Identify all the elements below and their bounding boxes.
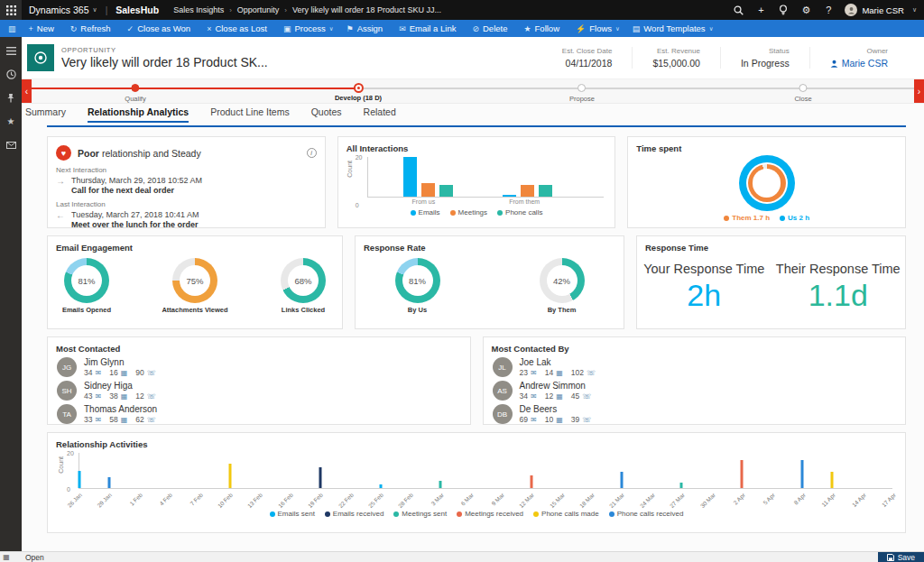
kpi-ring: 68% — [281, 258, 326, 303]
contact-row[interactable]: JL Joe Lak 23✉ 14▦ 102☏ — [484, 354, 906, 377]
user-name: Marie CSR — [862, 5, 903, 15]
close-as-lost-button[interactable]: ×Close as Lost — [200, 20, 277, 37]
x-tick-label: 2 Apr — [732, 492, 746, 506]
x-tick-label: 29 Jan — [97, 492, 114, 509]
health-summary: Poorrelationship and Steady — [78, 148, 201, 159]
contact-name[interactable]: De Beers — [520, 404, 592, 414]
breadcrumb-record-title[interactable]: Very likely will order 18 Product SKU JJ… — [292, 5, 441, 14]
flows-menu-button[interactable]: ⚡Flows∨ — [569, 20, 626, 37]
favorites-star-icon[interactable]: ★ — [5, 115, 17, 127]
field-owner: Owner Marie CSR — [809, 47, 908, 69]
tab-relationship-analytics[interactable]: Relationship Analytics — [88, 106, 189, 123]
contact-row[interactable]: JG Jim Glynn 34✉ 16▦ 90☏ — [48, 354, 470, 377]
app-launcher-waffle-icon[interactable] — [0, 0, 22, 20]
tab-summary[interactable]: Summary — [25, 106, 66, 123]
bpf-stage-close[interactable]: Close — [794, 84, 811, 103]
recents-clock-icon[interactable] — [5, 69, 17, 80]
field-label: Owner — [830, 47, 888, 55]
bpf-stage-propose[interactable]: Propose — [569, 84, 595, 103]
email-count-icon: ✉ — [95, 369, 101, 377]
avatar: AS — [493, 381, 513, 401]
contact-row[interactable]: SH Sidney Higa 43✉ 38▦ 12☏ — [48, 377, 470, 401]
their-response-time: Their Response Time 1.1d — [772, 253, 906, 328]
activity-bar — [831, 472, 834, 488]
legend-item: Phone calls received — [609, 510, 684, 518]
info-icon[interactable]: i — [307, 148, 317, 158]
process-menu-button[interactable]: ▣Process∨ — [277, 20, 340, 37]
tab-quotes[interactable]: Quotes — [311, 106, 342, 123]
hub-name[interactable]: SalesHub — [116, 5, 159, 15]
quick-create-plus-icon[interactable]: + — [754, 4, 767, 16]
contact-stats: 34✉ 16▦ 90☏ — [84, 368, 156, 377]
contact-name[interactable]: Sidney Higa — [84, 381, 156, 391]
email-a-link-button[interactable]: ✉Email a Link — [393, 20, 466, 37]
chart-pane-toggle[interactable]: ▥ — [2, 20, 23, 37]
bpf-next-stage-chevron-icon[interactable]: › — [914, 79, 924, 103]
legend-item: Meetings received — [457, 510, 523, 518]
main-panel: OPPORTUNITY Very likely will order 18 Pr… — [22, 37, 924, 551]
contact-name[interactable]: Thomas Anderson — [84, 404, 157, 414]
help-icon[interactable]: ? — [822, 4, 835, 16]
contact-name[interactable]: Andrew Simmon — [520, 381, 592, 391]
follow-button[interactable]: ★Follow — [517, 20, 569, 37]
last-interaction-subject[interactable]: Meet over the lunch for the order — [71, 220, 199, 229]
delete-button[interactable]: ⊘Delete — [466, 20, 517, 37]
next-interaction-subject[interactable]: Call for the next deal order — [71, 186, 202, 195]
contact-row[interactable]: TA Thomas Anderson 33✉ 58▦ 62☏ — [48, 401, 470, 424]
contact-row[interactable]: DB De Beers 69✉ 10▦ 39☏ — [484, 401, 906, 424]
menu-hamburger-icon[interactable] — [5, 45, 17, 57]
bpf-previous-stage-chevron-icon[interactable]: ‹ — [22, 79, 32, 103]
search-icon[interactable] — [732, 4, 744, 16]
tab-product-line-items[interactable]: Product Line Items — [210, 106, 290, 123]
y-tick-label: 20 — [356, 154, 363, 161]
person-icon — [830, 60, 838, 68]
stage-dot — [578, 84, 587, 92]
email-icon: ✉ — [399, 24, 406, 33]
legend-item: Emails received — [325, 510, 383, 518]
close-as-won-button[interactable]: ✓Close as Won — [121, 20, 201, 37]
bpf-stage-develop[interactable]: Develop (18 D) — [335, 84, 382, 102]
pinned-pin-icon[interactable] — [5, 92, 17, 104]
status-bar: ▦ Open Save — [0, 551, 924, 562]
mail-icon[interactable] — [5, 139, 17, 151]
owner-link[interactable]: Marie CSR — [830, 58, 888, 69]
x-tick-label: 21 Mar — [608, 492, 625, 509]
refresh-button[interactable]: ↻Refresh — [64, 20, 121, 37]
x-tick-label: 30 Mar — [698, 492, 716, 509]
lightbulb-icon[interactable] — [777, 4, 790, 16]
contact-name[interactable]: Jim Glynn — [84, 357, 156, 367]
breadcrumb-sales-insights[interactable]: Sales Insights — [173, 5, 224, 14]
x-tick-label: 25 Feb — [367, 492, 384, 509]
x-tick-label: 16 Feb — [277, 492, 294, 509]
contact-name[interactable]: Joe Lak — [520, 357, 596, 367]
chart-legend: EmailsMeetingsPhone calls — [338, 208, 615, 217]
app-title[interactable]: Dynamics 365 — [29, 5, 89, 15]
bpf-remaining-line — [358, 88, 914, 89]
contact-row[interactable]: AS Andrew Simmon 34✉ 12▦ 45☏ — [484, 377, 906, 401]
health-grade-icon: ♥ — [56, 145, 71, 161]
entity-type-label: OPPORTUNITY — [61, 46, 268, 54]
word-templates-menu-button[interactable]: ▤Word Templates∨ — [626, 20, 720, 37]
activity-bar — [228, 464, 231, 488]
all-interactions-chart: Count 20 0 From us From them — [367, 157, 605, 206]
email-count-icon: ✉ — [95, 416, 101, 424]
assign-button[interactable]: ⚑Assign — [340, 20, 393, 37]
phone-count-icon: ☏ — [582, 416, 591, 424]
save-button[interactable]: Save — [878, 552, 924, 562]
legend-item: Meetings sent — [393, 510, 447, 518]
breadcrumb-opportunity[interactable]: Opportunity — [237, 5, 280, 14]
x-tick-label: 24 Mar — [638, 492, 655, 509]
bpf-stage-qualify[interactable]: Qualify — [125, 84, 145, 103]
chart-pane-icon: ▥ — [8, 24, 16, 33]
new-button[interactable]: +New — [23, 20, 64, 37]
chart-legend: Emails sentEmails receivedMeetings sentM… — [48, 510, 905, 518]
grid-icon: ▦ — [0, 553, 13, 561]
settings-gear-icon[interactable]: ⚙ — [799, 4, 812, 16]
user-menu[interactable]: Marie CSR ∨ — [845, 4, 917, 16]
tab-related[interactable]: Related — [364, 106, 396, 123]
card-most-contacted-by: Most Contacted By JL Joe Lak 23✉ 14▦ 102… — [483, 336, 907, 425]
last-interaction-label: Last Interaction — [56, 200, 317, 208]
phone-count-icon: ☏ — [147, 416, 156, 424]
x-tick-label: 14 Apr — [850, 492, 866, 508]
refresh-icon: ↻ — [70, 24, 78, 33]
